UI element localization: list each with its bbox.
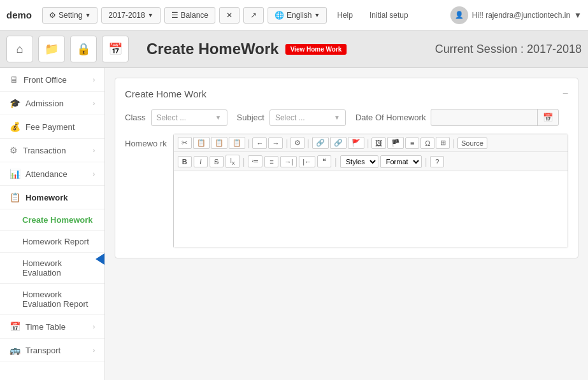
resize-btn[interactable]: ↗	[243, 7, 264, 24]
brand: demo	[6, 10, 32, 20]
user-greeting: Hi!! rajendra@junctiontech.in	[472, 11, 570, 20]
year-caret: ▼	[148, 12, 154, 18]
tb-remove-format-btn[interactable]: Ix	[226, 155, 240, 168]
front-office-arrow: ›	[93, 76, 95, 83]
sidebar-item-transaction[interactable]: ⚙Transaction ›	[0, 139, 104, 162]
class-select[interactable]: Select ... ▼	[151, 109, 227, 126]
tb-redo-btn[interactable]: →	[268, 137, 283, 149]
home-icon: ⌂	[17, 43, 24, 56]
balance-icon: ☰	[171, 11, 178, 20]
front-office-label: Front Office	[24, 75, 67, 85]
lock-icon: 🔒	[76, 42, 90, 56]
tb-ol-btn[interactable]: ≔	[248, 155, 262, 167]
tb-special-char-btn[interactable]: Ω	[420, 137, 434, 149]
lock-btn[interactable]: 🔒	[70, 36, 97, 62]
sidebar-item-fee-payment[interactable]: 💰Fee Payment	[0, 115, 104, 139]
homework-editor: ✂ 📋 📋 📋 | ← → | ⚙ | 🔗 🔗 🚩 |	[173, 134, 568, 248]
sidebar-item-homework-eval-report[interactable]: Homework Evaluation Report	[0, 284, 104, 315]
setting-caret: ▼	[85, 12, 90, 18]
admission-label: Admission	[25, 99, 64, 108]
calendar-picker-icon[interactable]: 📅	[537, 109, 558, 125]
sidebar-item-attendance[interactable]: 📊Attendance ›	[0, 162, 104, 186]
language-icon: 🌐	[275, 11, 284, 20]
tb-italic-btn[interactable]: I	[194, 156, 208, 167]
tb-anchor-btn[interactable]: 🚩	[348, 137, 364, 149]
subject-select-text: Select ...	[275, 113, 331, 122]
tb-cut-btn[interactable]: ✂	[178, 137, 192, 149]
transport-icon: 🚌	[10, 345, 20, 355]
year-btn[interactable]: 2017-2018 ▼	[101, 7, 160, 24]
date-group: Date Of Homework 📅	[355, 109, 559, 126]
tb-link-btn[interactable]: 🔗	[312, 137, 329, 149]
sidebar-item-homework-evaluation[interactable]: Homework Evaluation	[0, 253, 104, 284]
date-label: Date Of Homework	[355, 113, 426, 122]
tb-blockquote-btn[interactable]: ❝	[317, 155, 331, 167]
lang-caret: ▼	[314, 12, 320, 18]
tb-sep2: |	[285, 138, 288, 148]
setting-btn[interactable]: ⚙ Setting ▼	[42, 7, 97, 24]
tb-help-btn[interactable]: ?	[430, 156, 444, 167]
help-link[interactable]: Help	[331, 8, 359, 23]
format-select[interactable]: Format	[380, 155, 422, 168]
tb-copy-btn[interactable]: 📋	[193, 137, 210, 149]
main-content: Create Home Work − Class Select ... ▼ Su…	[105, 68, 588, 380]
user-info: 👤 Hi!! rajendra@junctiontech.in ▼	[450, 6, 582, 24]
tb-sep1: |	[248, 138, 250, 148]
editor-toolbar-2: B I S Ix | ≔ ≡ →| |← ❝ | Styles	[174, 152, 568, 171]
tb-flash-btn[interactable]: 🏴	[387, 137, 404, 149]
resize-icon: ↗	[250, 11, 257, 20]
tb-unlink-btn[interactable]: 🔗	[330, 137, 347, 149]
tb-indent-btn[interactable]: →|	[280, 156, 297, 167]
tb-sep8: |	[425, 157, 427, 167]
page-title: Create HomeWork View Home Work	[147, 40, 347, 58]
user-caret: ▼	[574, 11, 582, 20]
subject-group: Subject Select ... ▼	[237, 109, 346, 126]
initial-setup-link[interactable]: Initial setup	[363, 8, 415, 23]
homework-icon: 📋	[10, 192, 20, 202]
card-header: Create Home Work −	[125, 88, 568, 99]
balance-btn[interactable]: ☰ Balance	[164, 7, 215, 24]
tb-find-btn[interactable]: ⚙	[290, 137, 305, 149]
sidebar-item-create-homework[interactable]: Create Homework	[0, 209, 104, 231]
tb-paste-btn[interactable]: 📋	[211, 137, 227, 149]
subject-select[interactable]: Select ... ▼	[269, 109, 346, 126]
tb-undo-btn[interactable]: ←	[252, 137, 267, 149]
tb-outdent-btn[interactable]: |←	[299, 156, 315, 167]
attendance-arrow: ›	[93, 171, 95, 178]
editor-body[interactable]	[174, 171, 568, 248]
sidebar-item-homework-report[interactable]: Homework Report	[0, 231, 104, 253]
time-table-icon: 📅	[10, 321, 20, 332]
date-input-group: 📅	[431, 109, 559, 126]
date-input[interactable]	[431, 110, 537, 125]
tb-paste-text-btn[interactable]: 📋	[229, 137, 245, 149]
sidebar-item-homework[interactable]: 📋Homework	[0, 186, 104, 209]
tb-table-btn[interactable]: ≡	[405, 137, 419, 149]
tb-image-btn[interactable]: 🖼	[371, 137, 386, 149]
transaction-label: Transaction	[23, 146, 66, 155]
top-nav: demo ⚙ Setting ▼ 2017-2018 ▼ ☰ Balance ✕…	[0, 0, 588, 31]
tb-ul-btn[interactable]: ≡	[264, 156, 278, 167]
styles-select[interactable]: Styles	[340, 155, 378, 168]
sidebar-item-transport[interactable]: 🚌Transport ›	[0, 339, 104, 362]
setting-icon: ⚙	[49, 11, 56, 20]
card-close-btn[interactable]: −	[563, 88, 568, 99]
home-btn[interactable]: ⌂	[6, 36, 33, 62]
transport-arrow: ›	[93, 347, 95, 354]
homework-row: Homewo rk ✂ 📋 📋 📋 | ← → | ⚙ | 🔗	[125, 134, 568, 248]
sidebar-item-front-office[interactable]: 🖥Front Office ›	[0, 68, 104, 92]
page-title-text: Create HomeWork	[147, 40, 279, 58]
fullscreen-btn[interactable]: ✕	[219, 7, 240, 24]
sidebar-item-time-table[interactable]: 📅Time Table ›	[0, 315, 104, 339]
tb-strikethrough-btn[interactable]: S	[210, 156, 224, 167]
folder-btn[interactable]: 📁	[38, 36, 65, 62]
sidebar-item-admission[interactable]: 🎓Admission ›	[0, 92, 104, 115]
language-btn[interactable]: 🌐 English ▼	[268, 7, 327, 24]
card-title: Create Home Work	[125, 88, 206, 99]
tb-source-btn[interactable]: Source	[457, 137, 487, 149]
tb-maximize-btn[interactable]: ⊞	[436, 137, 450, 149]
tb-sep3: |	[307, 138, 310, 148]
tb-bold-btn[interactable]: B	[178, 156, 192, 167]
view-homework-btn[interactable]: View Home Work	[285, 44, 347, 55]
calendar-btn[interactable]: 📅	[102, 36, 129, 62]
transaction-arrow: ›	[93, 147, 95, 154]
